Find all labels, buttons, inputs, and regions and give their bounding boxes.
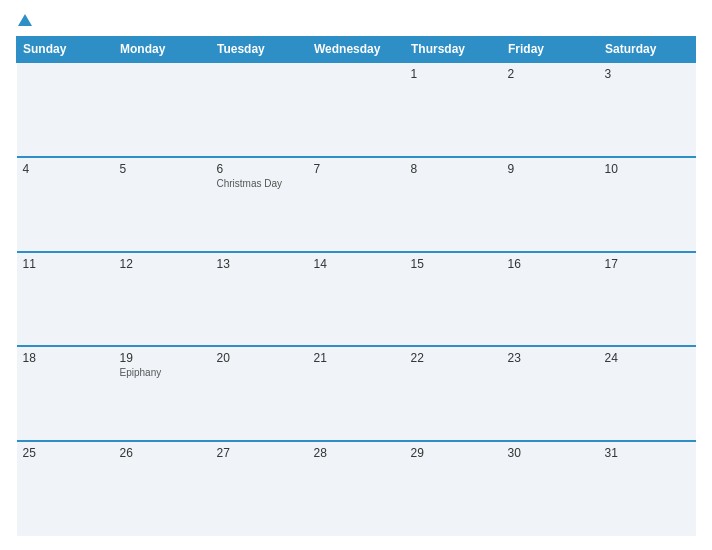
day-number: 26: [120, 446, 205, 460]
day-number: 31: [605, 446, 690, 460]
week-row-3: 11121314151617: [17, 252, 696, 347]
day-number: 4: [23, 162, 108, 176]
day-number: 27: [217, 446, 302, 460]
calendar-cell: 8: [405, 157, 502, 252]
calendar-cell: 23: [502, 346, 599, 441]
day-number: 17: [605, 257, 690, 271]
weekday-header-wednesday: Wednesday: [308, 37, 405, 63]
day-number: 21: [314, 351, 399, 365]
calendar-cell: 27: [211, 441, 308, 536]
calendar-cell: 29: [405, 441, 502, 536]
calendar-cell: 10: [599, 157, 696, 252]
calendar-cell: 5: [114, 157, 211, 252]
calendar-cell: 11: [17, 252, 114, 347]
logo-triangle-icon: [18, 14, 32, 26]
day-number: 24: [605, 351, 690, 365]
day-number: 30: [508, 446, 593, 460]
day-number: 29: [411, 446, 496, 460]
day-number: 18: [23, 351, 108, 365]
day-number: 12: [120, 257, 205, 271]
calendar-cell: 26: [114, 441, 211, 536]
day-number: 15: [411, 257, 496, 271]
weekday-header-tuesday: Tuesday: [211, 37, 308, 63]
calendar-cell: 1: [405, 62, 502, 157]
day-number: 11: [23, 257, 108, 271]
calendar-cell: 3: [599, 62, 696, 157]
calendar-cell: 15: [405, 252, 502, 347]
holiday-label: Christmas Day: [217, 178, 302, 189]
calendar-cell: 30: [502, 441, 599, 536]
calendar-cell: 22: [405, 346, 502, 441]
weekday-header-sunday: Sunday: [17, 37, 114, 63]
weekday-header-friday: Friday: [502, 37, 599, 63]
day-number: 19: [120, 351, 205, 365]
calendar-cell: 4: [17, 157, 114, 252]
week-row-5: 25262728293031: [17, 441, 696, 536]
weekday-header-monday: Monday: [114, 37, 211, 63]
calendar-cell: 13: [211, 252, 308, 347]
day-number: 7: [314, 162, 399, 176]
calendar-cell: [17, 62, 114, 157]
day-number: 16: [508, 257, 593, 271]
calendar-table: SundayMondayTuesdayWednesdayThursdayFrid…: [16, 36, 696, 536]
page: SundayMondayTuesdayWednesdayThursdayFrid…: [0, 0, 712, 550]
day-number: 6: [217, 162, 302, 176]
calendar-cell: [211, 62, 308, 157]
calendar-cell: [114, 62, 211, 157]
weekday-header-saturday: Saturday: [599, 37, 696, 63]
calendar-cell: 20: [211, 346, 308, 441]
day-number: 1: [411, 67, 496, 81]
calendar-header: [16, 14, 696, 28]
day-number: 22: [411, 351, 496, 365]
day-number: 14: [314, 257, 399, 271]
calendar-cell: 9: [502, 157, 599, 252]
calendar-cell: 18: [17, 346, 114, 441]
day-number: 5: [120, 162, 205, 176]
calendar-cell: 28: [308, 441, 405, 536]
day-number: 28: [314, 446, 399, 460]
calendar-cell: 2: [502, 62, 599, 157]
calendar-cell: 24: [599, 346, 696, 441]
week-row-4: 1819Epiphany2021222324: [17, 346, 696, 441]
calendar-cell: 31: [599, 441, 696, 536]
calendar-cell: 14: [308, 252, 405, 347]
day-number: 13: [217, 257, 302, 271]
week-row-1: 123: [17, 62, 696, 157]
day-number: 20: [217, 351, 302, 365]
day-number: 8: [411, 162, 496, 176]
calendar-cell: 25: [17, 441, 114, 536]
day-number: 25: [23, 446, 108, 460]
day-number: 9: [508, 162, 593, 176]
calendar-cell: 6Christmas Day: [211, 157, 308, 252]
logo: [16, 14, 32, 28]
weekday-header-thursday: Thursday: [405, 37, 502, 63]
day-number: 23: [508, 351, 593, 365]
day-number: 3: [605, 67, 690, 81]
calendar-cell: [308, 62, 405, 157]
calendar-cell: 7: [308, 157, 405, 252]
week-row-2: 456Christmas Day78910: [17, 157, 696, 252]
day-number: 2: [508, 67, 593, 81]
calendar-cell: 17: [599, 252, 696, 347]
calendar-cell: 16: [502, 252, 599, 347]
calendar-cell: 19Epiphany: [114, 346, 211, 441]
weekday-header-row: SundayMondayTuesdayWednesdayThursdayFrid…: [17, 37, 696, 63]
calendar-cell: 12: [114, 252, 211, 347]
day-number: 10: [605, 162, 690, 176]
calendar-cell: 21: [308, 346, 405, 441]
holiday-label: Epiphany: [120, 367, 205, 378]
